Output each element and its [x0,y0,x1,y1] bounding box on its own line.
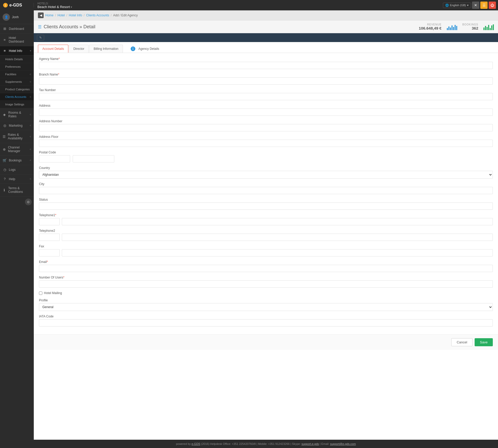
status-input[interactable] [39,202,493,210]
bookings-label: Bookings [9,159,22,162]
sidebar-label-dashboard: Dashboard [9,27,24,31]
save-button[interactable]: Save [475,338,493,346]
address-label: Address [39,104,493,107]
postal-code-label: Postal Code [39,151,493,154]
address-input[interactable] [39,108,493,116]
rates-icon: ☰ [3,135,6,139]
country-select[interactable]: Afghanistan Albania Algeria Andorra Ango… [39,171,493,179]
menu-btn[interactable]: ☰ [480,2,488,9]
sidebar-item-hotel-dashboard[interactable]: ≡ Hotel Dashboard [0,33,34,46]
bookings-chart [483,24,494,30]
breadcrumb-hotel[interactable]: Hotel [57,13,65,17]
form-area: Agency Name* Branch Name* Tax Number [34,53,498,334]
fax-number-input[interactable] [62,249,493,256]
sidebar-item-facilities[interactable]: Facilities < [0,71,34,78]
number-of-users-group: Number Of Users* [39,276,493,288]
hotel-dropdown-caret: ▾ [71,5,72,9]
sidebar-item-channel-manager[interactable]: ⊕ Channel Manager < [0,143,34,156]
sidebar-item-hotels-details[interactable]: Hotels Details [0,56,34,63]
fax-label: Fax [39,245,493,248]
channel-manager-icon: ⊕ [3,147,6,151]
agency-name-input[interactable] [39,62,493,69]
telephone1-prefix-input[interactable] [39,218,60,225]
address-number-input[interactable] [39,124,493,131]
iata-code-input[interactable] [39,319,493,327]
city-input[interactable] [39,187,493,194]
tab-account-details[interactable]: Account Details [38,45,68,53]
telephone1-number-input[interactable] [62,218,493,225]
cancel-button[interactable]: Cancel [451,338,473,346]
terms-icon: ℹ [3,188,6,192]
fax-prefix-input[interactable] [39,249,60,256]
sidebar-user: 👤 Jonh [0,10,34,24]
iata-code-label: IATA Code [39,315,493,318]
toolbar-edit-button[interactable]: ✎ [37,35,44,40]
sidebar-item-terms[interactable]: ℹ Terms & Conditions [0,184,34,196]
footer-skype-link[interactable]: support.e-gds [302,442,319,445]
tab-director[interactable]: Director [69,45,89,53]
postal-code-input-1[interactable] [39,155,70,162]
hotel-info-arrow: ▾ [30,49,31,52]
address-floor-input[interactable] [39,140,493,147]
sidebar-item-preferences[interactable]: Preferences [0,63,34,71]
agency-name-group: Agency Name* [39,57,493,69]
email-input[interactable] [39,265,493,272]
sidebar-item-marketing[interactable]: ◎ Marketing < [0,121,34,130]
footer-egds-link[interactable]: e-GDS [191,442,200,445]
sidebar-item-bookings[interactable]: 🛒 Bookings < [0,156,34,165]
address-group: Address [39,104,493,116]
telephone2-number-input[interactable] [62,234,493,241]
bookings-value: 362 [462,26,478,30]
postal-code-input-2[interactable] [73,155,114,162]
sidebar-username: Jonh [12,15,19,19]
step-badge: 1 [131,46,135,51]
breadcrumb-clients-accounts[interactable]: Clients Accounts [86,13,109,17]
address-number-label: Address Number [39,119,493,123]
sidebar-item-rates-availability[interactable]: ☰ Rates & Availability < [0,130,34,143]
postal-code-row [39,155,493,162]
branch-name-input[interactable] [39,77,493,85]
tax-number-input[interactable] [39,93,493,100]
sidebar-label-hotel-info: Hotel Info [9,49,22,53]
top-navbar: 1 e-GDS HOTELS: Beach Hotel & Resort ▾ 🌐… [0,0,498,10]
tax-number-label: Tax Number [39,88,493,92]
profile-select[interactable]: General Corporate Group [39,303,493,311]
tab-billing-information-label: Billing Information [94,47,118,51]
rooms-rates-arrow: < [30,113,31,116]
sidebar-submenu-hotel-info: Hotels Details Preferences Facilities < … [0,56,34,108]
hotel-mailing-checkbox[interactable] [39,291,42,295]
footer-email-link[interactable]: support@e-gds.com [330,442,356,445]
telephone2-prefix-input[interactable] [39,234,60,241]
settings-gear-button[interactable]: ⚙ [25,199,32,205]
power-btn[interactable]: ⏻ [489,2,496,9]
sidebar-item-image-settings[interactable]: Image Settings [0,101,34,108]
branch-name-group: Branch Name* [39,73,493,85]
sidebar-item-clients-accounts[interactable]: Clients Accounts < [0,93,34,101]
sidebar-item-supplements[interactable]: Supplements < [0,78,34,86]
help-label: Help [9,177,15,181]
address-number-group: Address Number [39,119,493,131]
sidebar-item-help[interactable]: ? Help < [0,174,34,184]
tab-billing-information[interactable]: Billing Information [89,45,123,53]
bookings-icon: 🛒 [3,158,7,162]
number-of-users-input[interactable] [39,280,493,288]
hotel-selector[interactable]: HOTELS: Beach Hotel & Resort ▾ [34,2,443,9]
language-selector[interactable]: 🌐 English (GB) ▾ [443,3,471,8]
agency-name-label: Agency Name* [39,57,493,61]
hotel-mailing-label[interactable]: Hotel Mailing [44,291,62,295]
preferences-label: Preferences [5,65,21,68]
breadcrumb-back-button[interactable]: ◀ [38,12,44,18]
sidebar-item-dashboard[interactable]: ⊞ Dashboard [0,24,34,33]
sidebar-item-hotel-info[interactable]: ≡ Hotel Info ▾ [0,46,34,56]
close-btn[interactable]: ✕ [472,2,479,9]
content-card: ✎ Account Details Director Billing Infor… [34,33,498,440]
breadcrumb-home[interactable]: Home [45,13,54,17]
breadcrumb-hotel-info[interactable]: Hotel Info [69,13,82,17]
sidebar-item-rooms-rates[interactable]: ◈ Rooms & Rates < [0,108,34,121]
sidebar-item-product-categories[interactable]: Product Categories [0,86,34,93]
city-group: City [39,182,493,194]
footer: powered by e-GDS (2016) Helpdesk Office:… [34,440,498,448]
sidebar-item-logs[interactable]: ◷ Logs [0,165,34,174]
app-logo: e-GDS [9,3,22,8]
step-label: Agency Details [138,47,159,51]
